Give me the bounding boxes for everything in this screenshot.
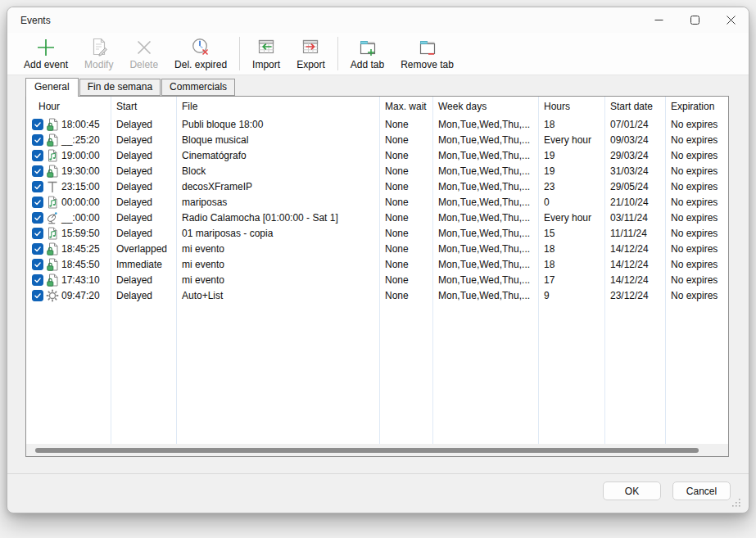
ok-button[interactable]: OK: [603, 481, 661, 500]
row-enabled-checkbox[interactable]: [32, 119, 43, 130]
table-row[interactable]: 23:15:00DelayeddecosXFrameIPNoneMon,Tue,…: [26, 179, 728, 194]
cell-max-wait: None: [379, 290, 432, 301]
cell-start: Delayed: [111, 134, 176, 146]
hour-value: 18:00:45: [61, 119, 100, 130]
horizontal-scrollbar[interactable]: [26, 444, 728, 456]
table-row[interactable]: 18:45:25Overlappedmi eventoNoneMon,Tue,W…: [26, 241, 728, 256]
cancel-button[interactable]: Cancel: [672, 481, 731, 500]
table-row[interactable]: 15:59:50Delayed01 mariposas - copiaNoneM…: [26, 225, 728, 241]
window-title: Events: [7, 15, 51, 26]
row-enabled-checkbox[interactable]: [32, 259, 43, 270]
footer-divider: [7, 473, 749, 474]
gear-icon: [46, 289, 59, 302]
cell-start: Delayed: [111, 165, 176, 177]
table-row[interactable]: 18:00:45DelayedPubli bloque 18:00NoneMon…: [26, 116, 728, 132]
cell-hours: Every hour: [538, 134, 604, 146]
row-enabled-checkbox[interactable]: [32, 212, 43, 224]
cell-hours: 23: [538, 181, 604, 192]
column-header-week-days[interactable]: Week days: [432, 101, 538, 112]
cell-hours: 15: [538, 228, 604, 239]
column-header-start-date[interactable]: Start date: [604, 101, 665, 112]
column-header-hours[interactable]: Hours: [538, 101, 604, 112]
hour-value: 00:00:00: [61, 197, 100, 208]
row-enabled-checkbox[interactable]: [32, 150, 43, 161]
del-expired-button[interactable]: Del. expired: [166, 33, 235, 75]
remove-tab-button[interactable]: Remove tab: [392, 33, 462, 75]
table-row[interactable]: 00:00:00DelayedmariposasNoneMon,Tue,Wed,…: [26, 194, 728, 210]
cell-start: Delayed: [111, 228, 176, 239]
row-enabled-checkbox[interactable]: [32, 181, 43, 192]
cell-max-wait: None: [379, 119, 432, 130]
cell-max-wait: None: [379, 259, 432, 270]
table-row[interactable]: 19:30:00DelayedBlockNoneMon,Tue,Wed,Thu,…: [26, 163, 728, 179]
minimize-icon: [654, 13, 663, 28]
modify-button: Modify: [76, 33, 121, 75]
import-icon: [256, 36, 277, 59]
cell-file: Bloque musical: [176, 134, 379, 146]
cell-file: decosXFrameIP: [176, 181, 379, 192]
titlebar: Events: [7, 7, 749, 33]
cell-start-date: 14/12/24: [604, 243, 665, 255]
cell-hour: 23:15:00: [26, 180, 111, 193]
cell-week-days: Mon,Tue,Wed,Thu,...: [432, 243, 538, 255]
table-row[interactable]: 19:00:00DelayedCinematógrafoNoneMon,Tue,…: [26, 147, 728, 163]
cell-week-days: Mon,Tue,Wed,Thu,...: [432, 259, 538, 270]
add-tab-button[interactable]: Add tab: [342, 33, 392, 75]
column-header-start[interactable]: Start: [111, 101, 176, 112]
horizontal-scrollbar-thumb[interactable]: [35, 448, 699, 453]
column-header-file[interactable]: File: [176, 101, 379, 112]
cell-expiration: No expires: [665, 290, 728, 301]
cell-hour: 00:00:00: [26, 196, 111, 209]
export-button[interactable]: Export: [288, 33, 333, 75]
row-enabled-checkbox[interactable]: [32, 228, 43, 239]
cell-max-wait: None: [379, 134, 432, 146]
import-button[interactable]: Import: [244, 33, 288, 75]
window-controls: [641, 7, 749, 33]
cell-hour: __:00:00: [26, 211, 111, 224]
music-file-icon: [46, 196, 59, 209]
table-row[interactable]: 18:45:50Immediatemi eventoNoneMon,Tue,We…: [26, 256, 728, 272]
tab-commercials[interactable]: Commercials: [161, 79, 235, 96]
table-row[interactable]: 17:43:10Delayedmi eventoNoneMon,Tue,Wed,…: [26, 272, 728, 287]
cell-start: Overlapped: [111, 243, 176, 255]
table-row[interactable]: __:25:20DelayedBloque musicalNoneMon,Tue…: [26, 132, 728, 147]
cell-week-days: Mon,Tue,Wed,Thu,...: [432, 274, 538, 286]
cell-hours: 19: [538, 150, 604, 161]
resize-grip-icon[interactable]: [732, 495, 740, 510]
time-marker-icon: [46, 180, 59, 193]
close-button[interactable]: [713, 7, 749, 33]
hour-value: __:25:20: [61, 134, 100, 146]
toolbar-separator: [337, 37, 338, 70]
cell-start: Delayed: [111, 119, 176, 130]
tab-fin-de-semana[interactable]: Fin de semana: [79, 79, 161, 96]
table-row[interactable]: 09:47:20DelayedAuto+ListNoneMon,Tue,Wed,…: [26, 287, 728, 303]
minimize-button[interactable]: [641, 7, 677, 33]
hour-value: 18:45:25: [61, 243, 100, 255]
row-enabled-checkbox[interactable]: [32, 290, 43, 301]
add-event-button[interactable]: Add event: [16, 33, 76, 75]
row-enabled-checkbox[interactable]: [32, 243, 43, 255]
cell-hours: 9: [538, 290, 604, 301]
maximize-button[interactable]: [677, 7, 713, 33]
satellite-icon: [46, 211, 59, 224]
table-row[interactable]: __:00:00DelayedRadio Calamocha [01:00:00…: [26, 210, 728, 225]
cell-expiration: No expires: [665, 134, 728, 146]
cell-week-days: Mon,Tue,Wed,Thu,...: [432, 181, 538, 192]
column-header-max-wait[interactable]: Max. wait: [379, 101, 432, 112]
cell-start-date: 29/03/24: [604, 150, 665, 161]
cell-hours: 18: [538, 259, 604, 270]
table-rows: 18:00:45DelayedPubli bloque 18:00NoneMon…: [26, 116, 728, 303]
cell-hours: 0: [538, 197, 604, 208]
row-enabled-checkbox[interactable]: [32, 134, 43, 146]
row-enabled-checkbox[interactable]: [32, 274, 43, 286]
row-enabled-checkbox[interactable]: [32, 165, 43, 177]
column-header-hour[interactable]: Hour: [26, 101, 111, 112]
row-enabled-checkbox[interactable]: [32, 197, 43, 208]
cell-expiration: No expires: [665, 165, 728, 177]
delete-button: Delete: [121, 33, 166, 75]
cell-hours: 19: [538, 165, 604, 177]
delete-x-icon: [134, 36, 155, 59]
column-header-expiration[interactable]: Expiration: [665, 101, 728, 112]
cell-start-date: 29/05/24: [604, 181, 665, 192]
tab-general[interactable]: General: [25, 78, 79, 97]
